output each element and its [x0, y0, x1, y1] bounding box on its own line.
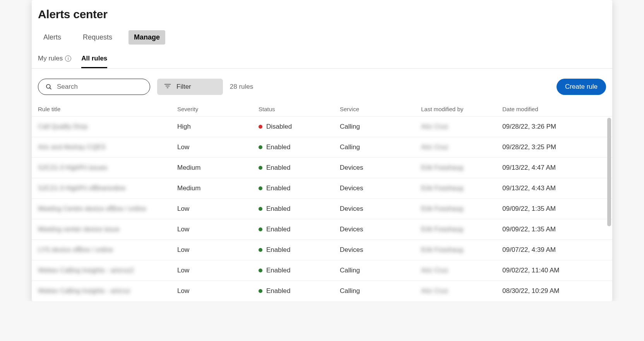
rules-table: Rule title Severity Status Service Last … — [32, 102, 612, 301]
table-row[interactable]: Aric and Akshay CQESLowEnabledCallingAri… — [32, 137, 612, 157]
cell-modified-by: Erik Fosshaug — [421, 184, 502, 192]
status-dot-icon — [259, 145, 262, 149]
status-text: Enabled — [266, 143, 290, 151]
table-row[interactable]: Meeting Centre device offline / onlineLo… — [32, 198, 612, 219]
status-text: Enabled — [266, 164, 290, 172]
cell-service: Devices — [340, 164, 421, 172]
cell-service: Devices — [340, 246, 421, 254]
cell-severity: Low — [177, 143, 259, 151]
cell-modified-by: Aric Cruz — [421, 123, 502, 131]
status-dot-icon — [259, 227, 262, 231]
cell-severity: Low — [177, 205, 259, 213]
search-icon — [45, 83, 52, 90]
secondary-tabs: My rules i All rules — [32, 52, 612, 69]
subtab-my-rules-label: My rules — [38, 55, 63, 62]
cell-modified-by: Aric Cruz — [421, 143, 502, 151]
status-dot-icon — [259, 125, 262, 129]
table-row[interactable]: SJC21-3 HighPri issuesMediumEnabledDevic… — [32, 157, 612, 178]
cell-modified-by: Erik Fosshaug — [421, 226, 502, 233]
col-service[interactable]: Service — [340, 106, 421, 112]
cell-status: Enabled — [259, 205, 340, 213]
tab-manage[interactable]: Manage — [128, 30, 165, 45]
cell-service: Calling — [340, 143, 421, 151]
cell-rule-title: Aric and Akshay CQES — [38, 143, 177, 151]
table-row[interactable]: LYS device offline / onlineLowEnabledDev… — [32, 239, 612, 260]
cell-status: Enabled — [259, 143, 340, 151]
subtab-my-rules[interactable]: My rules i — [38, 52, 71, 68]
status-text: Enabled — [266, 267, 290, 274]
cell-rule-title: Webex Calling Insights - aricruz — [38, 287, 177, 295]
subtab-all-rules[interactable]: All rules — [81, 52, 107, 68]
cell-date-modified: 09/28/22, 3:26 PM — [502, 123, 598, 131]
status-text: Enabled — [266, 184, 290, 192]
status-text: Disabled — [266, 123, 292, 131]
cell-date-modified: 08/30/22, 10:29 AM — [502, 287, 598, 295]
search-input[interactable] — [56, 83, 143, 91]
scrollbar[interactable] — [607, 118, 611, 226]
col-date-modified[interactable]: Date modified — [502, 106, 598, 112]
cell-severity: Medium — [177, 184, 259, 192]
cell-service: Calling — [340, 287, 421, 295]
cell-modified-by: Erik Fosshaug — [421, 205, 502, 213]
cell-severity: Low — [177, 287, 259, 295]
svg-line-1 — [50, 88, 51, 89]
col-status[interactable]: Status — [259, 106, 340, 112]
table-body: Call Quality DropHighDisabledCallingAric… — [32, 116, 612, 301]
status-dot-icon — [259, 269, 262, 272]
cell-service: Calling — [340, 123, 421, 131]
cell-date-modified: 09/09/22, 1:35 AM — [502, 205, 598, 213]
cell-service: Devices — [340, 184, 421, 192]
table-row[interactable]: SJC21-3 HighPri offline/onlineMediumEnab… — [32, 178, 612, 198]
create-rule-button[interactable]: Create rule — [557, 79, 606, 95]
status-dot-icon — [259, 248, 262, 252]
table-row[interactable]: Webex Calling Insights - aricruz2LowEnab… — [32, 260, 612, 281]
status-dot-icon — [259, 289, 262, 293]
cell-date-modified: 09/13/22, 4:43 AM — [502, 184, 598, 192]
cell-date-modified: 09/13/22, 4:47 AM — [502, 164, 598, 172]
cell-modified-by: Erik Fosshaug — [421, 246, 502, 254]
cell-severity: Low — [177, 226, 259, 233]
col-severity[interactable]: Severity — [177, 106, 259, 112]
cell-severity: High — [177, 123, 259, 131]
cell-date-modified: 09/02/22, 11:40 AM — [502, 267, 598, 274]
cell-severity: Low — [177, 246, 259, 254]
cell-rule-title: Webex Calling Insights - aricruz2 — [38, 267, 177, 274]
tab-requests[interactable]: Requests — [77, 30, 118, 45]
col-rule-title[interactable]: Rule title — [38, 106, 177, 112]
cell-rule-title: Meeting Centre device offline / online — [38, 205, 177, 213]
filter-button[interactable]: Filter — [157, 79, 223, 95]
page-title: Alerts center — [38, 8, 606, 21]
table-row[interactable]: Webex Calling Insights - aricruzLowEnabl… — [32, 281, 612, 301]
cell-service: Calling — [340, 267, 421, 274]
cell-severity: Medium — [177, 164, 259, 172]
cell-status: Enabled — [259, 287, 340, 295]
cell-rule-title: SJC21-3 HighPri offline/online — [38, 184, 177, 192]
status-dot-icon — [259, 186, 262, 190]
table-header: Rule title Severity Status Service Last … — [32, 102, 612, 116]
cell-rule-title: Call Quality Drop — [38, 123, 177, 131]
status-text: Enabled — [266, 226, 290, 233]
info-icon[interactable]: i — [65, 55, 71, 62]
primary-tabs: Alerts Requests Manage — [38, 30, 606, 45]
rule-count: 28 rules — [230, 83, 253, 91]
toolbar: Filter 28 rules Create rule — [38, 69, 606, 102]
cell-status: Enabled — [259, 226, 340, 233]
filter-label: Filter — [176, 83, 191, 91]
cell-status: Disabled — [259, 123, 340, 131]
search-container[interactable] — [38, 79, 150, 95]
cell-status: Enabled — [259, 184, 340, 192]
table-row[interactable]: Call Quality DropHighDisabledCallingAric… — [32, 116, 612, 137]
col-last-modified-by[interactable]: Last modified by — [421, 106, 502, 112]
status-dot-icon — [259, 207, 262, 211]
cell-service: Devices — [340, 205, 421, 213]
status-text: Enabled — [266, 205, 290, 213]
subtab-all-rules-label: All rules — [81, 55, 107, 62]
cell-rule-title: LYS device offline / online — [38, 246, 177, 254]
table-row[interactable]: Meeting center device issueLowEnabledDev… — [32, 219, 612, 239]
status-text: Enabled — [266, 246, 290, 254]
alerts-center-card: Alerts center Alerts Requests Manage My … — [32, 0, 612, 301]
tab-alerts[interactable]: Alerts — [38, 30, 67, 45]
cell-date-modified: 09/28/22, 3:25 PM — [502, 143, 598, 151]
cell-rule-title: SJC21-3 HighPri issues — [38, 164, 177, 172]
cell-status: Enabled — [259, 164, 340, 172]
